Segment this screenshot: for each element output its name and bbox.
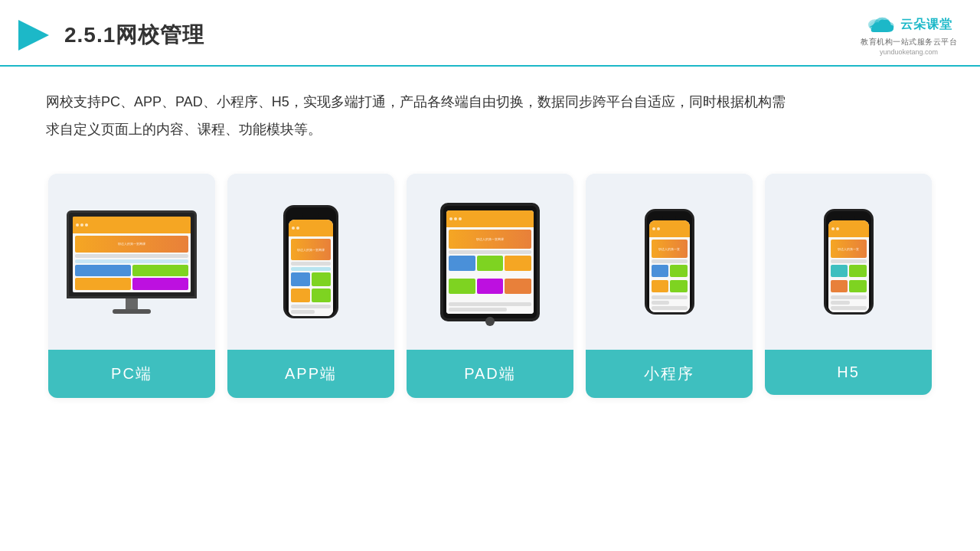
phone-small-miniprogram: 职达人的第一堂	[645, 209, 694, 315]
phone-screen-app: 职达人的第一堂网课	[289, 220, 333, 316]
header: 2.5.1网校管理 云朵课堂 教育机构一站式服务云平台 yunduoketang…	[0, 0, 980, 67]
logo-cloud: 云朵课堂	[865, 14, 952, 35]
card-pad-label: PAD端	[407, 350, 573, 398]
card-pc-image: 职达人的第一堂网课	[48, 174, 215, 350]
card-miniprogram-image: 职达人的第一堂	[586, 174, 753, 350]
tablet-home-btn	[485, 317, 495, 326]
phone-frame-app: 职达人的第一堂网课	[283, 205, 338, 318]
logo-domain: yunduoketang.com	[880, 48, 938, 56]
logo-text: 云朵课堂	[900, 17, 952, 33]
phone-small-screen-h5: 职达人的第一堂	[828, 220, 869, 312]
monitor-screen: 职达人的第一堂网课	[73, 217, 191, 292]
card-h5-label: H5	[765, 350, 932, 395]
monitor-frame: 职达人的第一堂网课	[67, 210, 197, 298]
tablet-screen: 职达人的第一堂网课	[446, 210, 534, 314]
tablet-frame: 职达人的第一堂网课	[440, 203, 540, 321]
logo-sub: 教育机构一站式服务云平台	[861, 37, 957, 47]
card-h5: 职达人的第一堂	[765, 174, 932, 395]
card-app-image: 职达人的第一堂网课	[227, 174, 394, 350]
svg-marker-0	[18, 20, 49, 51]
phone-small-h5: 职达人的第一堂	[824, 209, 874, 315]
pc-monitor: 职达人的第一堂网课	[67, 210, 197, 314]
card-pc-label: PC端	[48, 350, 215, 398]
card-app-label: APP端	[227, 350, 394, 398]
card-app: 职达人的第一堂网课	[227, 174, 394, 398]
card-pad-image: 职达人的第一堂网课	[407, 174, 573, 350]
cards-container: 职达人的第一堂网课	[0, 151, 980, 421]
phone-small-notch-h5	[841, 216, 855, 219]
phone-small-notch-mp	[662, 216, 676, 219]
phone-small-screen-mp: 职达人的第一堂	[649, 220, 690, 312]
card-h5-image: 职达人的第一堂	[765, 174, 932, 350]
card-miniprogram-label: 小程序	[586, 350, 753, 398]
logo-area: 云朵课堂 教育机构一站式服务云平台 yunduoketang.com	[861, 14, 957, 56]
card-miniprogram: 职达人的第一堂	[586, 174, 753, 398]
play-icon	[15, 17, 52, 54]
cloud-icon	[865, 14, 896, 35]
description-text: 网校支持PC、APP、PAD、小程序、H5，实现多端打通，产品各终端自由切换，数…	[0, 67, 842, 151]
monitor-stand-base	[113, 309, 151, 314]
header-left: 2.5.1网校管理	[15, 17, 204, 54]
phone-notch-app	[302, 214, 319, 217]
card-pad: 职达人的第一堂网课	[407, 174, 573, 398]
page-title: 2.5.1网校管理	[64, 21, 204, 50]
monitor-stand-neck	[126, 298, 138, 309]
card-pc: 职达人的第一堂网课	[48, 174, 215, 398]
